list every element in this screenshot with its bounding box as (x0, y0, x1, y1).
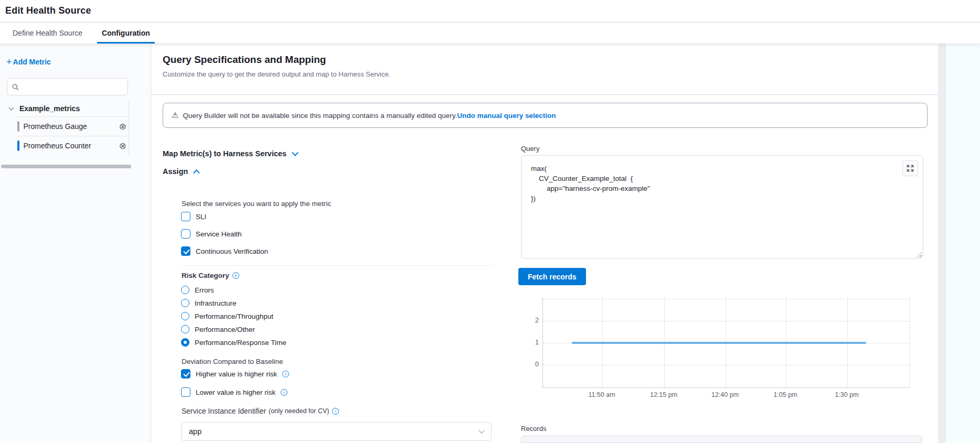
service-instance-identifier-label: Service Instance Identifier (only needed… (182, 407, 339, 415)
remove-metric-icon[interactable]: ⊗ (119, 122, 126, 131)
chevron-down-icon (9, 105, 14, 110)
divider (181, 265, 494, 266)
performance-throughput-radio[interactable] (181, 312, 189, 320)
x-axis-tick-label: 1:05 pm (754, 391, 817, 398)
higher-value-checkbox[interactable] (181, 369, 190, 379)
vertical-scrollbar-track[interactable] (939, 44, 945, 443)
radio-label: Infrastructure (195, 299, 237, 307)
fullscreen-icon (906, 164, 914, 172)
window-header: Edit Health Source (0, 0, 980, 22)
records-box (521, 436, 922, 443)
radio-label: Errors (195, 286, 214, 294)
selection-bar (17, 141, 19, 151)
metric-search-box[interactable] (7, 78, 128, 95)
checkbox-label: Continuous Verification (196, 247, 268, 255)
radio-row-performance-response-time[interactable]: Performance/Response Time (181, 338, 286, 347)
info-icon[interactable]: i (282, 371, 289, 377)
query-builder-warning-banner: ⚠ Query Builder will not be available si… (163, 103, 928, 128)
records-label: Records (521, 425, 546, 433)
checkbox-label: SLI (196, 213, 206, 221)
radio-label: Performance/Other (195, 326, 255, 333)
chevron-up-icon (193, 169, 200, 176)
sidebar-horizontal-scrollbar[interactable] (1, 165, 131, 168)
assign-section-toggle[interactable]: Assign (163, 167, 199, 176)
x-axis-tick-label: 11:50 am (570, 391, 633, 398)
dropdown-value: app (189, 427, 201, 436)
radio-row-errors[interactable]: Errors (181, 286, 214, 294)
tab-bar: Define Health Source Configuration (0, 22, 980, 44)
deviation-label: Deviation Compared to Baseline (182, 358, 283, 365)
risk-category-label: Risk Category i (182, 272, 239, 279)
checkbox-label: Lower value is higher risk (196, 388, 275, 396)
sii-label-text: Service Instance Identifier (182, 407, 266, 415)
lower-value-checkbox[interactable] (181, 387, 190, 397)
info-icon[interactable]: i (281, 389, 287, 396)
gridline-v (909, 298, 910, 388)
y-axis-tick-label: 1 (525, 339, 539, 346)
sli-checkbox[interactable] (181, 212, 190, 221)
tab-define-health-source[interactable]: Define Health Source (12, 23, 83, 44)
checkbox-row-lower-value[interactable]: Lower value is higher risk i (181, 387, 287, 397)
metric-item-label: Prometheus Counter (24, 142, 91, 150)
metrics-sidebar: + Add Metric Example_metrics Prometheus … (0, 44, 151, 443)
query-label: Query (521, 145, 539, 153)
checkbox-label: Higher value is higher risk (196, 370, 277, 378)
performance-other-radio[interactable] (181, 325, 189, 333)
metric-search-input[interactable] (23, 83, 123, 91)
expand-query-button[interactable] (902, 160, 918, 176)
y-axis-tick-label: 2 (525, 317, 539, 324)
errors-radio[interactable] (181, 286, 189, 294)
risk-category-text: Risk Category (182, 272, 229, 279)
infrastructure-radio[interactable] (181, 299, 189, 307)
checkbox-row-sli[interactable]: SLI (181, 212, 206, 221)
radio-row-infrastructure[interactable]: Infrastructure (181, 299, 237, 307)
query-specifications-panel: Query Specifications and Mapping Customi… (152, 44, 938, 443)
warning-text: Query Builder will not be available sinc… (183, 112, 457, 120)
section-subtitle: Customize the query to get the desired o… (163, 70, 390, 78)
checkbox-row-service-health[interactable]: Service Health (181, 229, 242, 239)
tab-configuration[interactable]: Configuration (97, 23, 155, 44)
radio-label: Performance/Throughput (195, 312, 273, 320)
radio-label: Performance/Response Time (195, 339, 286, 347)
info-icon[interactable]: i (232, 272, 239, 279)
metric-group-row[interactable]: Example_metrics (7, 100, 129, 116)
continuous-verification-checkbox[interactable] (181, 246, 190, 256)
service-health-checkbox[interactable] (181, 229, 190, 239)
service-instance-dropdown[interactable]: app (181, 422, 492, 441)
timeseries-chart: 012 11:50 am12:15 pm12:40 pm1:05 pm1:30 … (542, 298, 910, 403)
metric-item-prometheus-counter[interactable]: Prometheus Counter ⊗ (7, 136, 129, 155)
add-metric-button[interactable]: + Add Metric (6, 58, 51, 66)
fetch-records-button[interactable]: Fetch records (518, 268, 586, 285)
undo-manual-query-link[interactable]: Undo manual query selection (457, 112, 556, 120)
content-area: + Add Metric Example_metrics Prometheus … (0, 44, 980, 443)
radio-row-performance-other[interactable]: Performance/Other (181, 325, 255, 333)
x-axis-tick-label: 1:30 pm (815, 391, 878, 398)
performance-response-time-radio[interactable] (181, 338, 189, 347)
info-icon[interactable]: i (332, 408, 339, 415)
metric-item-prometheus-gauge[interactable]: Prometheus Gauge ⊗ (7, 117, 129, 136)
query-editor[interactable]: max( CV_Counter_Example_total { app="har… (521, 155, 923, 259)
add-metric-label: Add Metric (13, 58, 51, 66)
x-axis-tick-label: 12:15 pm (632, 391, 695, 398)
map-metrics-section-toggle[interactable]: Map Metric(s) to Harness Services (163, 149, 297, 158)
resize-handle[interactable] (916, 252, 922, 257)
metric-group-name: Example_metrics (19, 104, 80, 113)
query-text: max( CV_Counter_Example_total { app="har… (521, 156, 923, 211)
assign-title: Assign (163, 167, 188, 176)
remove-metric-icon[interactable]: ⊗ (119, 142, 126, 150)
search-icon (12, 83, 19, 91)
radio-row-performance-throughput[interactable]: Performance/Throughput (181, 312, 273, 320)
metric-tree: Example_metrics Prometheus Gauge ⊗ Prome… (7, 100, 129, 155)
checkbox-row-continuous-verification[interactable]: Continuous Verification (181, 246, 268, 256)
metric-item-label: Prometheus Gauge (24, 122, 87, 131)
gridline-h (543, 365, 910, 365)
divider (152, 94, 938, 95)
selection-bar (17, 121, 19, 132)
chevron-down-icon (478, 427, 484, 433)
section-title: Query Specifications and Mapping (163, 54, 326, 66)
sii-sublabel-text: (only needed for CV) (269, 407, 329, 415)
warning-icon: ⚠ (172, 111, 178, 120)
checkbox-row-higher-value[interactable]: Higher value is higher risk i (181, 369, 289, 379)
chart-plot: 012 (542, 298, 910, 388)
gridline-h (543, 299, 910, 299)
